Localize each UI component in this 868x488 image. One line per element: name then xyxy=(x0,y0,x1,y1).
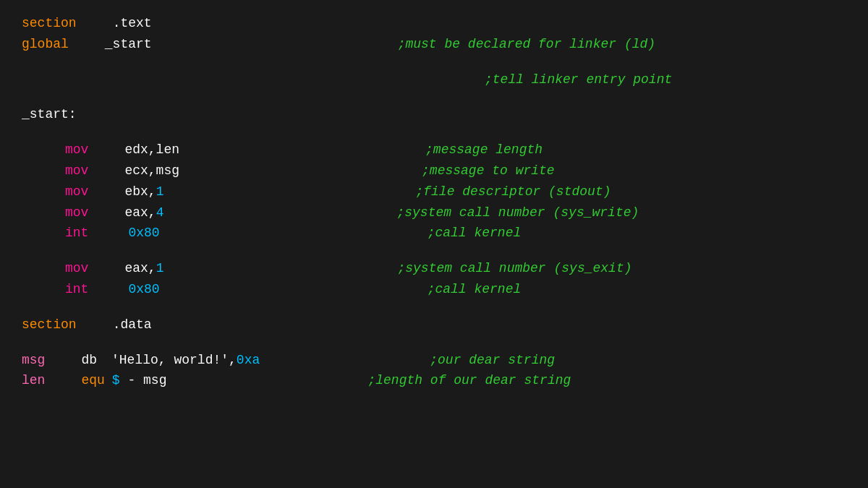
instr-mov-3: mov xyxy=(65,181,88,202)
operand-edx-len: edx,len xyxy=(124,140,179,160)
comment-message-write: ;message to write xyxy=(422,160,555,181)
line-section-text: section .text xyxy=(22,13,846,34)
global-arg: _start xyxy=(105,34,152,55)
line-int-1: int 0x80 ;call kernel xyxy=(22,223,846,244)
line-mov-ebx: mov ebx,1 ;file descriptor (stdout) xyxy=(22,181,846,202)
keyword-global: global xyxy=(22,34,69,55)
line-section-data: section .data xyxy=(22,314,846,335)
comment-sys-exit: ;system call number (sys_exit) xyxy=(397,258,631,279)
comment-tell-linker: ;tell linker entry point xyxy=(485,69,672,90)
start-label: _start: xyxy=(22,104,77,125)
label-len: len xyxy=(22,370,45,391)
comment-must-be-declared: ;must be declared for linker (ld) xyxy=(398,34,655,55)
num-1: 1 xyxy=(156,181,164,202)
comment-our-dear-string: ;our dear string xyxy=(430,350,555,371)
operand-eax4: eax, xyxy=(124,202,156,223)
directive-equ: equ xyxy=(81,370,104,391)
spacer-6 xyxy=(22,335,846,350)
line-mov-eax1: mov eax,1 ;system call number (sys_exit) xyxy=(22,258,846,279)
string-hello: 'Hello, world!', xyxy=(111,350,237,371)
num-0x80-1: 0x80 xyxy=(128,223,159,244)
dollar-sign: $ xyxy=(112,370,120,391)
operand-eax1: eax, xyxy=(124,258,156,279)
minus-msg: - msg xyxy=(120,370,167,391)
code-editor: section .text global _start ;must be dec… xyxy=(22,13,846,391)
line-int-2: int 0x80 ;call kernel xyxy=(22,279,846,300)
keyword-section: section xyxy=(22,13,77,34)
operand-ecx-msg: ecx,msg xyxy=(124,160,179,181)
spacer-4 xyxy=(22,244,846,258)
instr-mov-1: mov xyxy=(65,140,88,160)
line-start-label: _start: xyxy=(22,104,846,125)
line-msg: msg db 'Hello, world!',0xa ;our dear str… xyxy=(22,350,846,371)
line-mov-eax4: mov eax,4 ;system call number (sys_write… xyxy=(22,202,846,223)
label-msg: msg xyxy=(22,350,45,371)
num-1b: 1 xyxy=(156,258,164,279)
line-len: len equ $ - msg ;length of our dear stri… xyxy=(22,370,846,391)
comment-message-length: ;message length xyxy=(425,140,542,160)
operand-ebx: ebx, xyxy=(124,181,156,202)
instr-mov-2: mov xyxy=(65,160,88,181)
directive-db: db xyxy=(81,350,97,371)
comment-sys-write: ;system call number (sys_write) xyxy=(396,202,639,223)
instr-int-1: int xyxy=(65,223,88,244)
num-0x80-2: 0x80 xyxy=(128,279,159,300)
instr-mov-5: mov xyxy=(65,258,88,279)
line-tell-linker: ;tell linker entry point xyxy=(22,69,846,90)
spacer-1 xyxy=(22,55,846,69)
comment-call-kernel-2: ;call kernel xyxy=(427,279,522,300)
comment-length-dear-string: ;length of our dear string xyxy=(367,370,571,391)
spacer-5 xyxy=(22,300,846,314)
section-text-arg: .text xyxy=(113,13,152,34)
num-4: 4 xyxy=(156,202,164,223)
comment-call-kernel-1: ;call kernel xyxy=(427,223,522,244)
line-mov-ecx: mov ecx,msg ;message to write xyxy=(22,160,846,181)
instr-mov-4: mov xyxy=(65,202,88,223)
keyword-section-data: section xyxy=(22,314,77,335)
section-data-arg: .data xyxy=(113,314,152,335)
spacer-3 xyxy=(22,125,846,140)
num-0xa: 0xa xyxy=(237,350,260,371)
spacer-2 xyxy=(22,90,846,104)
line-global: global _start ;must be declared for link… xyxy=(22,34,846,55)
instr-int-2: int xyxy=(65,279,88,300)
comment-file-descriptor: ;file descriptor (stdout) xyxy=(415,181,610,202)
line-mov-edx: mov edx,len ;message length xyxy=(22,140,846,160)
